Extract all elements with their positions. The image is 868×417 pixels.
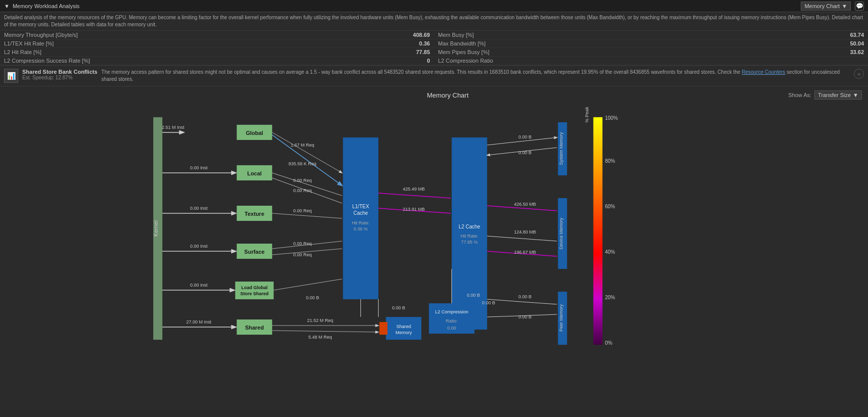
lgss-label2: Store Shared [240, 291, 268, 296]
texture-inst-label: 0.00 Inst [190, 206, 208, 211]
shared-memory-accent [379, 322, 387, 335]
global-req1-label: 1.67 M Req [291, 143, 314, 148]
l1tex-hitrate-label: Hit Rate: [352, 220, 370, 225]
metric-mem-pipes-busy: Mem Pipes Busy [%] 33.62 [434, 48, 869, 57]
system-memory-label: System Memory [559, 132, 564, 165]
description-text: Detailed analysis of the memory resource… [0, 12, 868, 31]
metric-label-max-bandwidth: Max Bandwidth [%] [438, 40, 486, 47]
metric-label-l2-hit: L2 Hit Rate [%] [4, 49, 41, 55]
l2-compression-ratio-label: Ratio: [446, 318, 458, 323]
sys-val2-label: 0.00 B [519, 150, 532, 155]
device-memory-label: Device Memory [559, 217, 564, 249]
surface-req1-label: 0.00 Req [293, 241, 312, 246]
alert-box: 📊 Shared Store Bank Conflicts Est. Speed… [0, 66, 868, 86]
app-title: Memory Workload Analysis [13, 3, 79, 9]
metric-value-l1tex-hit: 0.36 [419, 40, 430, 47]
chevron-down-icon: ▼ [842, 3, 847, 9]
chevron-down-icon-show-as: ▼ [853, 92, 858, 98]
surface-inst-label: 0.00 Inst [190, 244, 208, 249]
local-label: Local [247, 170, 262, 176]
alert-title: Shared Store Bank Conflicts [22, 69, 98, 75]
l2cache-label1: L2 Cache [459, 224, 480, 229]
surface-req2-label: 0.00 Req [293, 252, 312, 257]
chart-title: Memory Chart [107, 91, 788, 99]
l2c-val1-label: 0.00 B [467, 293, 480, 298]
l2-compression-ratio-value: 0.00 [447, 326, 456, 331]
l1-l2-val1: 425.49 MB [403, 187, 425, 192]
shared-req2-label: 5.48 M Req [308, 335, 332, 340]
dropdown-arrow-icon: ▼ [4, 3, 10, 9]
l2-compression-label1: L2 Compression [435, 309, 469, 314]
shared-mem-label1: Shared [396, 324, 411, 329]
dropdown-label: Memory Chart [804, 3, 840, 9]
texture-label: Texture [245, 211, 264, 217]
show-as-control: Show As: Transfer Size ▼ [788, 90, 862, 100]
alert-action-icon[interactable]: ○ [854, 69, 864, 79]
heat-scale-100: 100% [605, 115, 618, 121]
l1tex-box [343, 137, 378, 299]
lgss-label1: Load Global [241, 285, 267, 290]
metric-label-mem-pipes-busy: Mem Pipes Busy [%] [438, 49, 489, 55]
resource-counters-link[interactable]: Resource Counters [742, 69, 785, 75]
alert-subtitle: Est. Speedup: 12.87% [22, 75, 98, 80]
peer-val1-label: 0.00 B [519, 294, 532, 299]
l2c-val2-label: 0.00 B [482, 300, 495, 305]
metric-value-l2-compression-success: 0 [427, 58, 430, 64]
memory-chart-diagram: Kernel Global Local Texture Surface Load… [4, 105, 864, 358]
kernel-label: Kernel [153, 220, 159, 237]
metric-value-max-bandwidth: 50.04 [850, 40, 864, 47]
metric-label-l1tex-hit: L1/TEX Hit Rate [%] [4, 40, 54, 47]
local-req2-label: 0.00 Req [293, 188, 312, 193]
alert-text: The memory access pattern for shared sto… [102, 69, 850, 83]
peer-memory-label: Peer Memory [559, 304, 564, 332]
load-global-store-shared-box [235, 282, 273, 299]
peer-val2-label: 0.00 B [519, 314, 532, 319]
lgss-val-label: 0.00 B [306, 295, 319, 300]
header: ▼ Memory Workload Analysis Memory Chart … [0, 0, 868, 12]
shared-label: Shared [245, 325, 264, 331]
metric-value-memory-throughput: 408.69 [413, 32, 430, 38]
sys-val1-label: 0.00 B [519, 134, 532, 140]
metric-l2-compression-ratio: L2 Compression Ratio [434, 57, 869, 65]
chart-title-bar: Memory Chart Show As: Transfer Size ▼ [4, 90, 864, 100]
metric-value-mem-pipes-busy: 33.62 [850, 49, 864, 55]
alert-icon: 📊 [4, 69, 18, 83]
peak-label: % Peak [584, 107, 589, 123]
global-inst-label: 2.51 M Inst [162, 125, 185, 130]
show-as-label: Show As: [788, 92, 811, 98]
show-as-value: Transfer Size [818, 92, 851, 98]
global-req2-label: 835.58 K Req [289, 161, 316, 166]
metric-max-bandwidth: Max Bandwidth [%] 50.04 [434, 39, 869, 48]
metric-label-l2-compression-ratio: L2 Compression Ratio [438, 58, 493, 64]
metrics-table: Memory Throughput [Gbyte/s] 408.69 Mem B… [0, 31, 868, 66]
metric-l1tex-hit: L1/TEX Hit Rate [%] 0.36 [0, 39, 434, 48]
heat-scale-20: 20% [605, 295, 615, 300]
show-as-dropdown[interactable]: Transfer Size ▼ [814, 90, 862, 100]
l1tex-label2: Cache [353, 210, 368, 216]
alert-content: Shared Store Bank Conflicts Est. Speedup… [22, 69, 98, 80]
metric-memory-throughput: Memory Throughput [Gbyte/s] 408.69 [0, 31, 434, 39]
l1-bottom-val: 0.00 B [392, 305, 405, 310]
chat-icon[interactable]: 💬 [855, 2, 864, 11]
global-label: Global [246, 130, 263, 136]
dev-val3-label: 196.67 MB [514, 250, 536, 255]
shared-mem-label2: Memory [395, 330, 412, 335]
lgss-inst-label: 0.00 Inst [190, 283, 208, 288]
memory-chart-dropdown[interactable]: Memory Chart ▼ [801, 2, 851, 11]
local-inst-label: 0.00 Inst [190, 165, 208, 170]
l2cache-hitrate-label: Hit Rate: [461, 234, 478, 239]
metric-mem-busy: Mem Busy [%] 63.74 [434, 31, 869, 39]
chart-area: Memory Chart Show As: Transfer Size ▼ Ke… [0, 86, 868, 362]
metric-value-mem-busy: 63.74 [850, 32, 864, 38]
metric-value-l2-hit: 77.85 [416, 49, 430, 55]
memory-chart-svg: Kernel Global Local Texture Surface Load… [4, 105, 864, 357]
heat-scale-60: 60% [605, 204, 615, 209]
heat-scale-40: 40% [605, 249, 615, 255]
heat-scale-0: 0% [605, 340, 613, 346]
metric-l2-compression-success: L2 Compression Success Rate [%] 0 [0, 57, 434, 65]
l2cache-hitrate-value: 77.85 % [461, 240, 478, 245]
l1tex-hitrate-value: 0.36 % [353, 226, 368, 231]
l1tex-label1: L1/TEX [352, 204, 370, 209]
metric-label-memory-throughput: Memory Throughput [Gbyte/s] [4, 32, 78, 38]
shared-req1-label: 21.52 M Req [307, 318, 334, 323]
